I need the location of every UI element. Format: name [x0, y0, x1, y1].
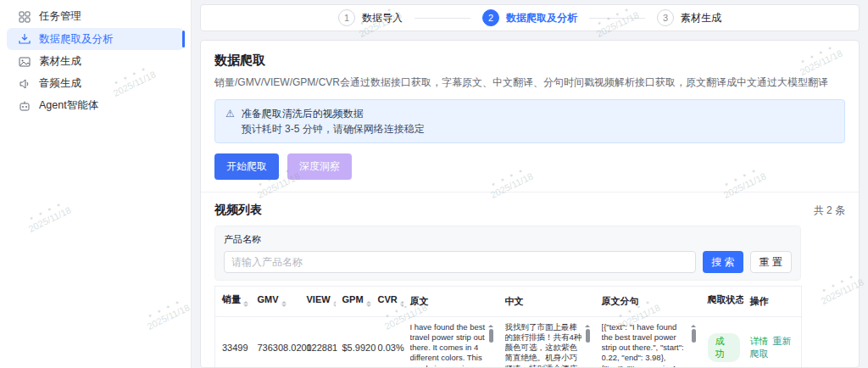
- col-chinese: 中文: [498, 287, 595, 317]
- col-gpm[interactable]: GPM: [336, 287, 371, 317]
- table-row: 33499 736308.0200 122881 $5.9920 0.03% I…: [215, 317, 802, 368]
- detail-link[interactable]: 详情: [750, 336, 769, 346]
- cell-gpm: $5.9920: [336, 317, 371, 368]
- alert-line2: 预计耗时 3-5 分钟，请确保网络连接稳定: [242, 121, 425, 137]
- filter-panel: 产品名称 搜 索 重 置: [214, 226, 801, 281]
- sort-icon[interactable]: [400, 298, 403, 309]
- product-name-input[interactable]: [224, 251, 696, 273]
- reset-button[interactable]: 重 置: [750, 251, 792, 273]
- sidebar-item-task-management[interactable]: 任务管理: [7, 6, 184, 27]
- action-buttons: 开始爬取 深度洞察: [214, 153, 845, 180]
- cell-segments: [{"text": "I have found the best travel …: [595, 317, 701, 368]
- download-icon: [19, 33, 31, 45]
- search-button[interactable]: 搜 索: [703, 251, 743, 273]
- cell-gmv: 736308.0200: [251, 317, 300, 368]
- step-material-generation[interactable]: 3 素材生成: [657, 9, 721, 26]
- section-subtitle: 销量/GMV/VIEW/GPM/CVR会通过数据接口获取，字幕原文、中文翻译、分…: [214, 75, 845, 90]
- video-list-total: 共 2 条: [814, 204, 845, 218]
- step-number: 3: [657, 9, 674, 26]
- stepper: 1 数据导入 2 数据爬取及分析 3 素材生成: [200, 4, 860, 31]
- sort-icon[interactable]: [333, 298, 336, 309]
- speaker-icon: [19, 78, 31, 90]
- col-cvr[interactable]: CVR: [371, 287, 403, 317]
- info-alert: ⚠ 准备爬取清洗后的视频数据 预计耗时 3-5 分钟，请确保网络连接稳定: [214, 99, 845, 143]
- col-original: 原文: [403, 287, 498, 317]
- sort-icon[interactable]: [366, 298, 371, 309]
- section-divider: [201, 192, 859, 192]
- start-crawl-button[interactable]: 开始爬取: [214, 153, 279, 180]
- robot-icon: [19, 100, 31, 112]
- step-label: 数据导入: [362, 11, 403, 25]
- col-status[interactable]: 爬取状态: [701, 287, 743, 317]
- scrollbar[interactable]: [584, 322, 592, 368]
- sidebar-item-agent[interactable]: Agent智能体: [7, 95, 184, 116]
- cell-original: I have found the best travel power strip…: [403, 317, 498, 368]
- scrollbar[interactable]: [690, 322, 698, 368]
- col-gmv[interactable]: GMV: [251, 287, 300, 317]
- crawl-card: 数据爬取 销量/GMV/VIEW/GPM/CVR会通过数据接口获取，字幕原文、中…: [200, 40, 860, 368]
- step-label: 素材生成: [681, 11, 721, 25]
- sidebar: 任务管理 数据爬取及分析 素材生成 音频生成 Agent智能体: [0, 0, 192, 368]
- image-icon: [19, 56, 31, 68]
- status-badge: 成功: [708, 333, 740, 362]
- step-label: 数据爬取及分析: [506, 11, 577, 25]
- sidebar-item-label: 素材生成: [39, 54, 81, 69]
- col-segments: 原文分句: [595, 287, 701, 317]
- sidebar-item-label: 音频生成: [39, 76, 81, 91]
- grid-icon: [19, 11, 31, 23]
- cell-status: 成功: [701, 317, 743, 368]
- sort-icon[interactable]: [281, 298, 287, 309]
- video-table: 销量 GMV VIEW GPM CVR 原文 中文 原文分句 爬取状态 操作: [214, 286, 802, 368]
- col-actions: 操作: [743, 287, 802, 317]
- step-connector: [415, 18, 470, 19]
- col-view[interactable]: VIEW: [300, 287, 336, 317]
- section-title: 数据爬取: [214, 53, 845, 69]
- step-data-crawl-analysis[interactable]: 2 数据爬取及分析: [482, 9, 577, 26]
- sidebar-item-label: 任务管理: [39, 9, 81, 24]
- app-window: 任务管理 数据爬取及分析 素材生成 音频生成 Agent智能体: [0, 0, 868, 368]
- sort-icon[interactable]: [243, 298, 248, 309]
- cell-sales: 33499: [215, 317, 251, 368]
- step-data-import[interactable]: 1 数据导入: [338, 9, 403, 26]
- product-name-label: 产品名称: [224, 233, 792, 246]
- sidebar-item-material-generation[interactable]: 素材生成: [7, 51, 184, 72]
- warning-icon: ⚠: [225, 106, 235, 137]
- scrollbar[interactable]: [487, 322, 495, 368]
- sidebar-item-data-crawl-analysis[interactable]: 数据爬取及分析: [7, 28, 184, 50]
- step-number: 1: [338, 9, 355, 26]
- table-area: 产品名称 搜 索 重 置 销: [214, 226, 801, 368]
- video-list-title: 视频列表: [214, 203, 262, 218]
- deep-insight-button[interactable]: 深度洞察: [287, 153, 352, 180]
- cell-chinese: 我找到了市面上最棒的旅行排插！共有4种颜色可选，这款紫色简直绝绝。机身小巧紧凑，…: [498, 317, 595, 368]
- step-number: 2: [482, 9, 499, 26]
- alert-line1: 准备爬取清洗后的视频数据: [242, 106, 425, 121]
- sidebar-item-audio-generation[interactable]: 音频生成: [7, 73, 184, 94]
- cell-actions: 详情重新爬取: [743, 317, 802, 368]
- sidebar-item-label: 数据爬取及分析: [39, 32, 114, 47]
- table-header-row: 销量 GMV VIEW GPM CVR 原文 中文 原文分句 爬取状态 操作: [215, 287, 802, 317]
- main-content: 1 数据导入 2 数据爬取及分析 3 素材生成 数据爬取 销量/GMV/VIEW…: [192, 0, 868, 368]
- video-list-header: 视频列表 共 2 条: [214, 203, 845, 218]
- sidebar-item-label: Agent智能体: [39, 98, 98, 113]
- step-connector: [589, 18, 645, 19]
- col-sales[interactable]: 销量: [215, 287, 251, 317]
